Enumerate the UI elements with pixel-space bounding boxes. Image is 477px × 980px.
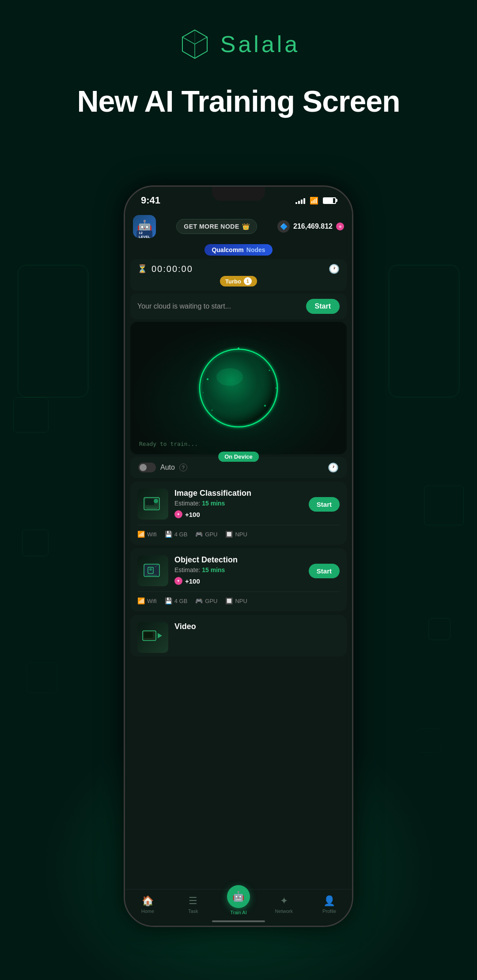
signal-bar-1 (295, 202, 297, 204)
nav-item-task[interactable]: ☰ Task (170, 895, 216, 914)
timer-row: ⏳ 00:00:00 🕐 (137, 264, 340, 274)
req-gpu-2: 🎮 GPU (195, 597, 217, 604)
task-title-video: Video (174, 622, 340, 631)
bg-decoration-left (18, 265, 88, 397)
svg-marker-3 (182, 37, 195, 58)
req-npu-label-2: NPU (235, 598, 247, 604)
mode-history-icon[interactable]: 🕐 (328, 462, 339, 473)
help-icon[interactable]: ? (179, 464, 187, 471)
task-card-inner: Image Classification Estimate: 15 mins ✦… (137, 489, 340, 520)
status-icons: 📶 (295, 196, 336, 205)
task-estimate-detection: Estimate: 15 mins (174, 566, 303, 573)
reward-icon-1: ✦ (174, 510, 182, 518)
req-npu-2: 🔲 NPU (225, 597, 247, 604)
on-device-badge: On Device (218, 452, 259, 462)
svg-rect-23 (144, 564, 159, 577)
screen-content: 🤖 12 LEVEL GET MORE NODE 👑 🔷 (125, 211, 352, 926)
task-image-classification-icon (137, 489, 168, 520)
phone-mockup: 9:41 📶 (124, 185, 353, 927)
reward-amount-2: +100 (185, 577, 200, 585)
mode-row: On Device Auto ? 🕐 (130, 457, 347, 478)
req-wifi-label-1: Wifi (147, 531, 157, 538)
level-badge: 12 LEVEL (136, 230, 152, 238)
signal-bar-4 (303, 198, 305, 204)
req-wifi-2: 📶 Wifi (137, 597, 157, 604)
svg-point-25 (149, 568, 152, 571)
coin-icon: 🔷 (277, 220, 290, 233)
timer-value: 00:00:00 (151, 264, 193, 274)
battery-fill (324, 198, 333, 203)
reward-amount-1: +100 (185, 511, 200, 518)
req-gpu-1: 🎮 GPU (195, 531, 217, 538)
svg-rect-22 (146, 508, 157, 509)
network-label: Network (275, 908, 293, 914)
task-info-detection: Object Detection Estimate: 15 mins ✦ +10… (174, 555, 303, 585)
start-button-detection[interactable]: Start (309, 564, 340, 578)
gpu-req-icon: 🎮 (195, 531, 203, 538)
orb (194, 344, 283, 432)
nav-item-profile[interactable]: 👤 Profile (307, 895, 352, 914)
task-reward-classification: ✦ +100 (174, 510, 303, 518)
get-more-node-button[interactable]: GET MORE NODE 👑 (176, 219, 257, 234)
timer-history-icon[interactable]: 🕐 (329, 264, 340, 274)
train-ai-active-orb: 🤖 (227, 885, 250, 908)
auto-toggle-area: Auto ? (138, 463, 187, 472)
nav-item-train-ai[interactable]: 🤖 Train AI (216, 894, 261, 915)
question-mark: ? (182, 465, 185, 470)
coin-symbol: 🔷 (280, 223, 288, 230)
page-title: New AI Training Screen (50, 84, 426, 118)
svg-marker-29 (158, 633, 162, 638)
task-card-image-classification: Image Classification Estimate: 15 mins ✦… (130, 482, 347, 545)
task-card-object-detection: Object Detection Estimate: 15 mins ✦ +10… (130, 548, 347, 611)
req-wifi-label-2: Wifi (147, 598, 157, 604)
task-label: Task (188, 908, 198, 914)
classification-svg-icon (142, 493, 164, 515)
start-button-classification[interactable]: Start (309, 497, 340, 512)
bg-deco-square (428, 618, 450, 640)
battery-icon (323, 197, 336, 204)
logo-area: Salala (177, 26, 300, 62)
signal-bar-3 (301, 200, 303, 204)
req-npu-1: 🔲 NPU (225, 531, 247, 538)
turbo-badge[interactable]: Turbo 1 (220, 276, 257, 286)
ram-req-icon: 💾 (165, 531, 172, 538)
home-indicator (212, 920, 265, 922)
task-requirements-classification: 📶 Wifi 💾 4 GB 🎮 GPU 🔲 (137, 525, 340, 538)
nav-item-network[interactable]: ✦ Network (261, 895, 307, 914)
task-image-video-icon (137, 622, 168, 653)
phone-screen: 9:41 📶 (125, 187, 352, 926)
network-icon: ✦ (280, 895, 288, 907)
notification-dot: ⊕ (336, 222, 344, 230)
brand-name: Salala (220, 31, 300, 57)
bg-deco-square (26, 662, 57, 693)
coin-balance: 🔷 216,469.812 ⊕ (277, 220, 344, 233)
turbo-row: Turbo 1 (137, 276, 340, 286)
npu-req-icon-2: 🔲 (225, 597, 233, 604)
npu-req-icon: 🔲 (225, 531, 233, 538)
cloud-start-button[interactable]: Start (306, 299, 340, 314)
timer-section: ⏳ 00:00:00 🕐 Turbo 1 (130, 259, 347, 291)
svg-line-5 (182, 37, 195, 44)
balance-amount: 216,469.812 (293, 222, 333, 230)
wifi-req-icon: 📶 (137, 531, 145, 538)
nav-item-home[interactable]: 🏠 Home (125, 895, 170, 914)
estimate-time-1: 15 mins (202, 500, 225, 507)
crown-icon: 👑 (242, 223, 250, 230)
task-requirements-detection: 📶 Wifi 💾 4 GB 🎮 GPU 🔲 (137, 592, 340, 604)
req-ram-1: 💾 4 GB (165, 531, 188, 538)
train-ai-label: Train AI (230, 910, 247, 915)
signal-bars-icon (295, 197, 305, 204)
get-more-node-label: GET MORE NODE (184, 223, 239, 230)
nodes-text: Nodes (246, 246, 265, 253)
req-ram-label-2: 4 GB (174, 598, 188, 604)
video-svg-icon (142, 629, 164, 646)
req-wifi-1: 📶 Wifi (137, 531, 157, 538)
toggle-knob (140, 464, 147, 471)
task-icon: ☰ (189, 895, 197, 907)
logo-icon (177, 26, 212, 62)
qualcomm-badge: Qualcomm Nodes (204, 244, 272, 256)
status-time: 9:41 (141, 195, 160, 206)
auto-toggle[interactable] (138, 463, 156, 472)
req-ram-2: 💾 4 GB (165, 597, 188, 604)
bg-deco-square (13, 397, 49, 433)
